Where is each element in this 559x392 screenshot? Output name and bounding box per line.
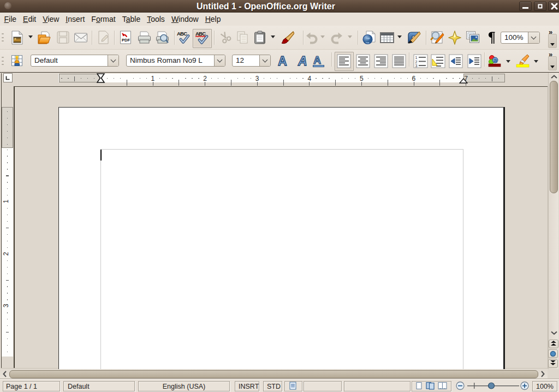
svg-text:A: A bbox=[298, 55, 307, 68]
svg-text:2: 2 bbox=[415, 60, 418, 64]
svg-text:A: A bbox=[313, 55, 321, 66]
svg-text:1: 1 bbox=[415, 56, 418, 60]
svg-text:A: A bbox=[278, 55, 287, 68]
svg-text:3: 3 bbox=[415, 64, 418, 68]
svg-text:a: a bbox=[493, 57, 497, 64]
svg-text:PDF: PDF bbox=[122, 38, 130, 43]
svg-text:ABC: ABC bbox=[195, 31, 206, 37]
svg-text:ABC: ABC bbox=[177, 31, 187, 37]
